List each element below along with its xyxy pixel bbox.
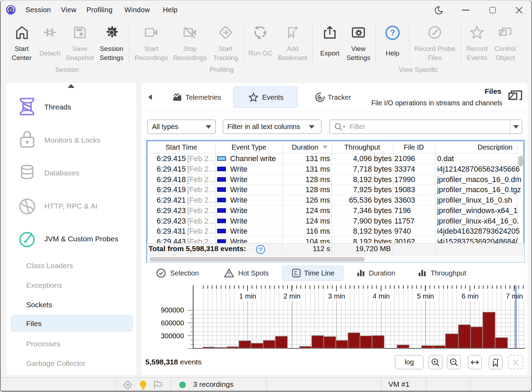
svg-text:900000: 900000 <box>161 306 184 314</box>
svg-text:3 min: 3 min <box>328 292 345 300</box>
svg-text:4 min: 4 min <box>373 292 390 300</box>
svg-text:300000: 300000 <box>161 332 184 340</box>
svg-text:600000: 600000 <box>161 319 184 327</box>
svg-text:6 min: 6 min <box>462 292 479 300</box>
svg-text:?: ? <box>259 247 262 253</box>
svg-text:2 min: 2 min <box>283 292 301 300</box>
svg-text:7 min: 7 min <box>506 292 523 300</box>
svg-text:?: ? <box>390 28 395 37</box>
svg-text:1 min: 1 min <box>239 292 256 300</box>
svg-text:5 min: 5 min <box>417 292 434 300</box>
